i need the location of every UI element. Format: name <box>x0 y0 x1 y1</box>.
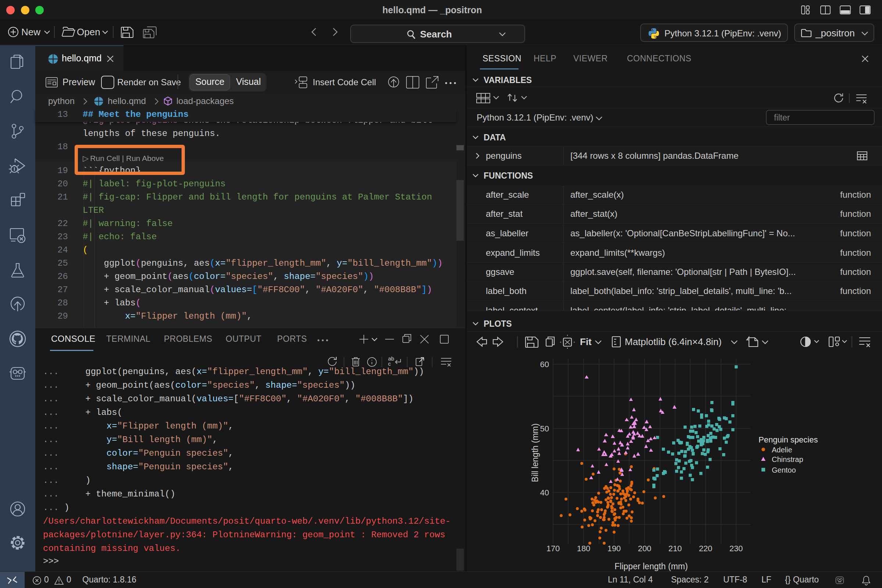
svg-text:180: 180 <box>577 544 591 553</box>
svg-text:230: 230 <box>729 544 743 553</box>
svg-text:Flipper length (mm): Flipper length (mm) <box>615 561 688 571</box>
svg-text:210: 210 <box>669 544 682 553</box>
svg-text:Matplotlib (6.4in×4.8in): Matplotlib (6.4in×4.8in) <box>625 336 722 347</box>
svg-text:Bill length (mm): Bill length (mm) <box>530 423 540 482</box>
svg-text:Fit: Fit <box>580 336 592 347</box>
svg-text:220: 220 <box>699 544 712 553</box>
svg-text:Gentoo: Gentoo <box>772 466 796 474</box>
svg-text:Chinstrap: Chinstrap <box>772 455 803 464</box>
svg-text:190: 190 <box>608 544 621 553</box>
svg-text:New: New <box>21 27 40 38</box>
svg-text:50: 50 <box>540 424 549 433</box>
svg-text:200: 200 <box>638 544 652 553</box>
svg-text:60: 60 <box>540 360 549 369</box>
svg-text:170: 170 <box>546 544 560 553</box>
svg-text:40: 40 <box>540 488 549 497</box>
svg-text:Adelie: Adelie <box>772 446 792 454</box>
svg-text:Penguin species: Penguin species <box>759 435 818 444</box>
svg-text:Open: Open <box>77 27 100 38</box>
